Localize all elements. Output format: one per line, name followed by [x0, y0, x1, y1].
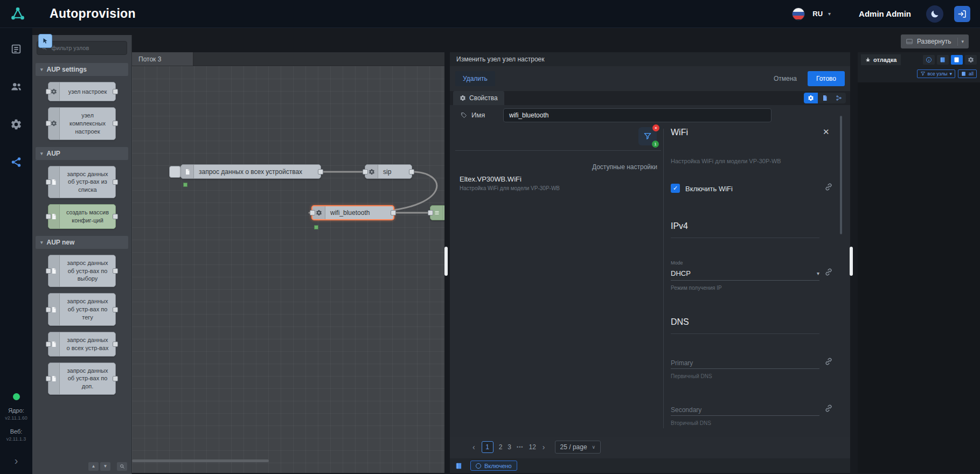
russia-flag-icon[interactable]	[792, 8, 805, 20]
node-output-port[interactable]	[318, 169, 323, 175]
debug-filter-select[interactable]: все узлы ▾	[917, 69, 955, 78]
panel-splitter-handle[interactable]	[444, 247, 448, 276]
debug-all-button[interactable]: all	[958, 69, 977, 78]
flow-node-sip[interactable]: sip	[365, 164, 412, 179]
close-icon[interactable]: ✕	[819, 127, 833, 137]
properties-view-button[interactable]	[804, 93, 818, 103]
pagination-page-3[interactable]: 3	[508, 443, 511, 451]
done-button[interactable]: Готово	[808, 71, 845, 86]
node-input-port[interactable]	[46, 121, 51, 126]
pagination-page-2[interactable]: 2	[499, 443, 503, 451]
debug-message-list[interactable]	[858, 82, 980, 473]
palette-scroll-down-button[interactable]: ▼	[100, 462, 110, 471]
palette-category-aup-settings[interactable]: ▾ AUP settings	[36, 63, 128, 76]
cancel-button[interactable]: Отмена	[768, 71, 802, 86]
secondary-dns-input[interactable]	[671, 404, 819, 416]
mode-select[interactable]: DHCP ▾	[671, 267, 819, 281]
node-output-port[interactable]	[409, 169, 414, 175]
node-input-port[interactable]	[428, 210, 433, 215]
node-input-port[interactable]	[46, 214, 51, 219]
appearance-view-button[interactable]	[832, 93, 846, 103]
node-input-port[interactable]	[46, 179, 51, 185]
link-icon[interactable]	[824, 404, 833, 413]
sidebar-item-users[interactable]	[10, 81, 22, 93]
node-input-port[interactable]	[46, 89, 51, 94]
palette-node[interactable]: запрос данных об устр-вах из списка	[48, 166, 116, 199]
flow-tab-potok-3[interactable]: Поток 3	[132, 52, 193, 66]
canvas-grid[interactable]: запрос данных о всех устройствах sip wif…	[132, 66, 444, 473]
docs-button[interactable]	[455, 462, 463, 470]
node-input-port[interactable]	[46, 307, 51, 312]
sidebar-item-forms[interactable]	[10, 43, 22, 55]
node-output-port[interactable]	[113, 268, 118, 274]
flow-node-query[interactable]: запрос данных о всех устройствах	[180, 164, 321, 179]
debug-messages-button[interactable]	[951, 55, 963, 65]
palette-category-aup[interactable]: ▾ AUP	[36, 147, 128, 160]
palette-scroll-up-button[interactable]: ▲	[88, 462, 99, 471]
debug-tab[interactable]: отладка	[861, 54, 901, 65]
language-label[interactable]: RU	[812, 10, 823, 18]
primary-dns-input[interactable]	[671, 357, 819, 369]
palette-node[interactable]: запрос данных об устр-вах по тегу	[48, 293, 116, 326]
pagination-ellipsis[interactable]: •••	[517, 444, 523, 450]
detail-scrollbar[interactable]	[840, 116, 842, 234]
node-output-port[interactable]	[113, 179, 118, 185]
tab-properties[interactable]: Свойства	[453, 91, 504, 105]
palette-node[interactable]: запрос данных о всех устр-вах	[48, 332, 116, 357]
palette-node[interactable]: узел комплексных настроек	[48, 107, 116, 140]
palette-node[interactable]: создать массив конфиг-ций	[48, 204, 116, 229]
description-view-button[interactable]	[818, 93, 832, 103]
page-size-select[interactable]: 25 / page ∨	[555, 441, 601, 454]
node-output-port[interactable]	[113, 121, 118, 126]
pagination-prev-button[interactable]: ‹	[471, 443, 476, 451]
chevron-down-icon[interactable]: ▾	[828, 11, 831, 17]
expand-button[interactable]: Развернуть ▾	[901, 34, 969, 48]
name-input[interactable]	[503, 108, 772, 122]
node-input-port[interactable]	[363, 169, 368, 175]
palette-category-aup-new[interactable]: ▾ AUP new	[36, 236, 128, 249]
link-icon[interactable]	[824, 357, 833, 366]
palette-node[interactable]: запрос данных об устр-вах по выбору	[48, 255, 116, 288]
logout-button[interactable]	[954, 6, 970, 22]
node-output-port[interactable]	[113, 214, 118, 219]
enable-wifi-checkbox[interactable]: ✓	[671, 184, 680, 193]
debug-settings-button[interactable]	[965, 55, 977, 65]
filter-settings-button[interactable]: ✕ 1	[638, 127, 657, 145]
pagination-page-1[interactable]: 1	[482, 441, 494, 453]
theme-toggle-button[interactable]	[926, 5, 943, 23]
sidebar-item-settings[interactable]	[10, 119, 22, 130]
panel-splitter-handle[interactable]	[850, 247, 853, 276]
expand-rail-button[interactable]: ›	[11, 454, 22, 468]
palette-node[interactable]: запрос данных об устр-вах по доп.	[48, 363, 116, 395]
pointer-tool-button[interactable]	[38, 34, 52, 48]
palette-node[interactable]: узел настроек	[48, 82, 116, 101]
node-output-port[interactable]	[113, 376, 118, 381]
pagination-page-12[interactable]: 12	[529, 443, 536, 451]
flow-node-wifi-bluetooth[interactable]: wifi_bluetooth	[311, 205, 394, 220]
node-input-port[interactable]	[46, 341, 51, 347]
info-button[interactable]	[923, 55, 935, 65]
flow-node-array[interactable]	[430, 205, 444, 220]
settings-list-item[interactable]: Eltex.VP30WB.WiFi Настройка WiFi для мод…	[460, 175, 560, 191]
link-icon[interactable]	[824, 268, 833, 276]
node-output-port[interactable]	[113, 89, 118, 94]
canvas-horizontal-scrollbar[interactable]	[132, 459, 269, 462]
node-input-port[interactable]	[46, 268, 51, 274]
delete-button[interactable]: Удалить	[455, 71, 495, 86]
node-input-port[interactable]	[310, 210, 315, 215]
palette-footer: ▲ ▼	[32, 461, 131, 474]
node-input-port[interactable]	[46, 376, 51, 381]
help-button[interactable]	[937, 55, 949, 65]
node-output-port[interactable]	[113, 341, 118, 347]
clear-filter-badge[interactable]: ✕	[652, 124, 659, 131]
node-output-port[interactable]	[113, 307, 118, 312]
link-icon[interactable]	[824, 183, 833, 191]
pagination-next-button[interactable]: ›	[541, 443, 546, 451]
sidebar-item-flows[interactable]	[10, 156, 22, 168]
mode-field-hint: Режим получения IP	[671, 285, 722, 291]
inject-button-node[interactable]	[169, 166, 181, 178]
node-output-port[interactable]	[391, 210, 396, 215]
zoom-search-button[interactable]	[117, 462, 127, 471]
enabled-toggle[interactable]: Включено	[470, 461, 517, 471]
palette-search-input[interactable]	[51, 44, 122, 52]
